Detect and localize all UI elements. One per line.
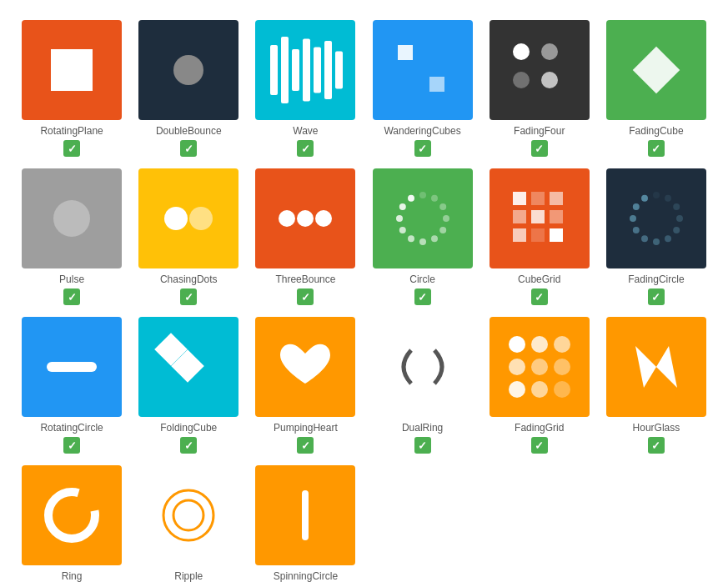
svg-point-43	[653, 192, 660, 198]
check-wandering-cubes: ✓	[414, 140, 431, 157]
svg-point-60	[554, 336, 570, 353]
icon-pumping-heart	[255, 317, 355, 417]
check-fading-grid: ✓	[531, 437, 548, 454]
icon-ring	[22, 465, 122, 565]
icon-chasing-dots	[138, 168, 238, 268]
check-pumping-heart: ✓	[297, 437, 314, 454]
svg-rect-7	[324, 41, 332, 99]
svg-point-46	[676, 215, 683, 222]
label-fading-grid: FadingGrid	[515, 422, 564, 434]
svg-rect-70	[302, 490, 309, 540]
label-rotating-circle: RotatingCircle	[40, 422, 103, 434]
spinner-item-ripple: Ripple✓	[132, 460, 245, 582]
icon-circle	[373, 168, 473, 268]
icon-wave	[255, 20, 355, 120]
svg-point-58	[509, 336, 525, 353]
spinner-item-cube-grid: CubeGrid✓	[483, 163, 596, 309]
check-chasing-dots: ✓	[180, 288, 197, 305]
label-fading-circle: FadingCircle	[628, 273, 684, 285]
svg-point-64	[509, 381, 525, 398]
spinner-item-dual-ring: DualRing✓	[366, 312, 479, 457]
spinner-item-wandering-cubes: WanderingCubes✓	[366, 15, 479, 160]
svg-rect-10	[429, 77, 444, 92]
svg-point-20	[297, 210, 314, 227]
svg-point-23	[431, 195, 438, 202]
icon-spinning-circle	[255, 465, 355, 565]
spinner-item-three-bounce: ThreeBounce✓	[249, 163, 362, 309]
svg-point-61	[509, 359, 525, 375]
svg-rect-41	[531, 228, 545, 242]
svg-rect-6	[314, 48, 321, 93]
svg-point-68	[173, 500, 203, 530]
svg-point-53	[633, 203, 640, 210]
spinner-item-ring: Ring✓	[15, 460, 128, 582]
check-folding-cube: ✓	[180, 437, 197, 454]
icon-hourglass	[606, 317, 706, 417]
check-circle: ✓	[414, 288, 431, 305]
label-pumping-heart: PumpingHeart	[274, 422, 338, 434]
svg-point-65	[531, 381, 548, 398]
spinner-item-pulse: Pulse✓	[15, 163, 128, 309]
svg-point-62	[531, 359, 548, 375]
spinner-item-wave: Wave✓	[249, 15, 362, 160]
label-hourglass: HourGlass	[633, 422, 680, 434]
spinner-item-pumping-heart: PumpingHeart✓	[249, 312, 362, 457]
check-rotating-circle: ✓	[63, 437, 80, 454]
svg-point-26	[439, 227, 446, 233]
label-dual-ring: DualRing	[402, 422, 443, 434]
icon-ripple	[138, 465, 238, 565]
label-spinning-circle: SpinningCircle	[274, 570, 338, 582]
check-fading-cube: ✓	[648, 140, 665, 157]
spinner-item-double-bounce: DoubleBounce✓	[132, 15, 245, 160]
spinner-item-fading-four: FadingFour✓	[483, 15, 596, 160]
svg-point-18	[189, 207, 213, 230]
svg-point-50	[641, 235, 648, 242]
label-circle: Circle	[409, 273, 435, 285]
svg-rect-3	[281, 37, 289, 103]
check-rotating-plane: ✓	[63, 140, 80, 157]
svg-rect-34	[513, 192, 526, 205]
icon-fading-cube	[606, 20, 706, 120]
svg-rect-42	[550, 228, 563, 242]
icon-rotating-circle	[22, 317, 122, 417]
svg-rect-9	[398, 45, 413, 60]
icon-three-bounce	[255, 168, 355, 268]
svg-point-66	[554, 381, 570, 398]
svg-point-19	[279, 210, 295, 227]
svg-point-29	[408, 235, 414, 242]
spinner-grid: RotatingPlane✓DoubleBounce✓Wave✓Wanderin…	[8, 8, 720, 582]
icon-rotating-plane	[22, 20, 122, 120]
spinner-item-fading-grid: FadingGrid✓	[483, 312, 596, 457]
check-fading-four: ✓	[531, 140, 548, 157]
spinner-item-rotating-plane: RotatingPlane✓	[15, 15, 128, 160]
label-fading-four: FadingFour	[514, 125, 565, 137]
icon-fading-grid	[490, 317, 590, 417]
svg-rect-36	[550, 192, 563, 205]
label-cube-grid: CubeGrid	[518, 273, 560, 285]
icon-fading-four	[490, 20, 590, 120]
svg-rect-35	[531, 192, 545, 205]
label-fading-cube: FadingCube	[629, 125, 683, 137]
svg-point-1	[173, 55, 203, 85]
spinner-item-folding-cube: FoldingCube✓	[132, 312, 245, 457]
check-dual-ring: ✓	[414, 437, 431, 454]
check-hourglass: ✓	[648, 437, 665, 454]
icon-fading-circle	[606, 168, 706, 268]
spinner-item-rotating-circle: RotatingCircle✓	[15, 312, 128, 457]
svg-point-16	[53, 200, 90, 237]
svg-point-49	[653, 238, 660, 245]
icon-cube-grid	[490, 168, 590, 268]
svg-point-51	[633, 227, 640, 233]
svg-rect-39	[550, 210, 563, 223]
svg-rect-2	[270, 45, 278, 95]
label-wandering-cubes: WanderingCubes	[384, 125, 460, 137]
check-double-bounce: ✓	[180, 140, 197, 157]
svg-point-12	[541, 43, 558, 60]
spinner-item-circle: Circle✓	[366, 163, 479, 309]
svg-point-67	[48, 492, 95, 539]
label-rotating-plane: RotatingPlane	[40, 125, 103, 137]
svg-point-27	[431, 235, 438, 242]
svg-point-13	[513, 72, 530, 88]
svg-rect-4	[292, 49, 299, 91]
check-pulse: ✓	[63, 288, 80, 305]
